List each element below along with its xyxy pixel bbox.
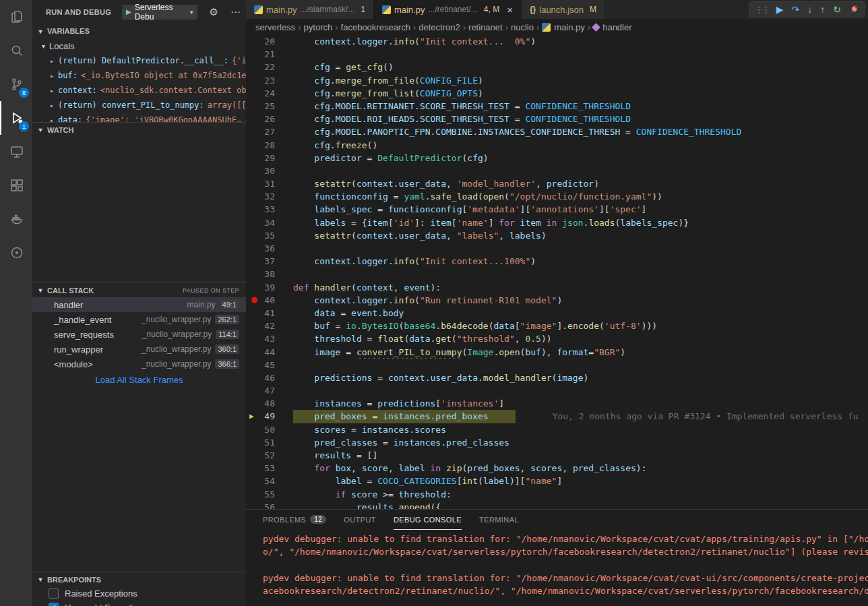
code-line[interactable]: 39def handler(context, event): [246, 281, 868, 294]
gutter[interactable]: 55 [246, 488, 293, 501]
variable-row[interactable]: ▸(return) convert_PIL_to_numpy:array([[[… [32, 98, 246, 113]
restart-button[interactable]: ↻ [833, 5, 841, 14]
activity-remote-explorer[interactable] [0, 135, 32, 169]
load-all-stack-frames-link[interactable]: Load All Stack Frames [32, 371, 246, 388]
gutter[interactable]: 20 [246, 35, 293, 48]
checkbox[interactable] [49, 588, 59, 599]
step-out-button[interactable]: ↑ [820, 5, 825, 14]
code-line[interactable]: 23 cfg.merge_from_file(CONFIG_FILE) [246, 74, 868, 87]
start-debugging-icon[interactable]: ▶ [126, 8, 131, 16]
stack-frame[interactable]: serve_requests_nuclio_wrapper.py114:1 [32, 327, 246, 342]
gutter[interactable]: ▶49 [246, 410, 293, 423]
activity-source-control[interactable]: 8 [0, 67, 32, 101]
gutter[interactable]: 46 [246, 371, 293, 384]
code-line[interactable]: 28 cfg.freeze() [246, 139, 868, 152]
gutter[interactable]: 21 [246, 48, 293, 61]
breakpoints-section-header[interactable]: ▾ BREAKPOINTS [32, 572, 246, 586]
gutter[interactable]: 32 [246, 190, 293, 203]
code-line[interactable]: 42 buf = io.BytesIO(base64.b64decode(dat… [246, 320, 868, 332]
code-line[interactable]: 34 labels = {item['id']: item['name'] fo… [246, 216, 868, 229]
panel-tab-terminal[interactable]: TERMINAL [479, 510, 519, 530]
code-line[interactable]: 24 cfg.merge_from_list(CONFIG_OPTS) [246, 87, 868, 100]
breakpoint-row[interactable]: Raised Exceptions [32, 586, 246, 601]
activity-run-and-debug[interactable]: 1 [0, 101, 32, 135]
gutter[interactable]: 47 [246, 384, 293, 397]
tab-main-py-retinanet[interactable]: main.py .../retinanet/... 4, M × [374, 0, 522, 19]
gutter[interactable]: 39 [246, 281, 293, 294]
gutter[interactable]: 56 [246, 501, 293, 509]
stack-frame[interactable]: _handle_event_nuclio_wrapper.py262:1 [32, 312, 246, 327]
code-line[interactable]: 53 for box, score, label in zip(pred_box… [246, 462, 868, 475]
gutter[interactable]: 54 [246, 475, 293, 487]
call-stack-section-header[interactable]: ▾ CALL STACK PAUSED ON STEP [32, 282, 246, 297]
gear-icon[interactable]: ⚙ [210, 6, 218, 18]
variables-section-header[interactable]: ▾ VARIABLES [32, 24, 246, 38]
close-icon[interactable]: × [507, 5, 513, 15]
continue-button[interactable]: ▶ [776, 5, 784, 14]
stack-frame[interactable]: run_wrapper_nuclio_wrapper.py360:1 [32, 342, 246, 357]
gutter[interactable]: 45 [246, 359, 293, 371]
step-into-button[interactable]: ↓ [807, 5, 812, 14]
panel-tab-problems[interactable]: PROBLEMS 12 [263, 510, 326, 530]
activity-live-share[interactable] [0, 236, 32, 270]
drag-handle-icon[interactable]: ⋮⋮ [755, 5, 768, 15]
code-line[interactable]: 51 pred_classes = instances.pred_classes [246, 436, 868, 449]
gutter[interactable]: 23 [246, 74, 293, 87]
gutter[interactable]: 40 [246, 294, 293, 307]
watch-section-header[interactable]: ▾ WATCH [32, 122, 246, 137]
code-line[interactable]: 29 predictor = DefaultPredictor(cfg) [246, 152, 868, 164]
code-line[interactable]: 50 scores = instances.scores [246, 423, 868, 436]
activity-search[interactable] [0, 34, 32, 67]
debug-console-output[interactable]: pydev debugger: unable to find translati… [246, 530, 868, 606]
code-line[interactable]: 54 label = COCO_CATEGORIES[int(label)]["… [246, 475, 868, 487]
stack-frame[interactable]: handlermain.py49:1 [32, 297, 246, 312]
gutter[interactable]: 52 [246, 449, 293, 462]
tab-main-py-siammask[interactable]: main.py .../siammask/... 1 [246, 0, 374, 19]
code-line[interactable]: 38 [246, 268, 868, 280]
code-line[interactable]: 40 context.logger.info("Run retinanet-R1… [246, 294, 868, 307]
gutter[interactable]: 29 [246, 152, 293, 164]
code-line[interactable]: 41 data = event.body [246, 307, 868, 320]
gutter[interactable]: 35 [246, 229, 293, 242]
code-line[interactable]: 48 instances = predictions['instances'] [246, 397, 868, 410]
checkbox[interactable]: ✓ [49, 603, 59, 606]
gutter[interactable]: 44 [246, 346, 293, 359]
code-line[interactable]: 20 context.logger.info("Init context... … [246, 35, 868, 48]
breadcrumb-item[interactable]: retinanet [468, 22, 503, 32]
code-line[interactable]: 37 context.logger.info("Init context...1… [246, 255, 868, 268]
code-line[interactable]: 45 [246, 359, 868, 371]
code-line[interactable]: 55 if score >= threshold: [246, 488, 868, 501]
breadcrumb-item[interactable]: handler [593, 22, 631, 32]
code-line[interactable]: 22 cfg = get_cfg() [246, 61, 868, 73]
activity-docker[interactable] [0, 202, 32, 236]
gutter[interactable]: 24 [246, 87, 293, 100]
code-line[interactable]: 43 threshold = float(data.get("threshold… [246, 332, 868, 345]
panel-tab-output[interactable]: OUTPUT [344, 510, 376, 530]
gutter[interactable]: 31 [246, 177, 293, 190]
gutter[interactable]: 22 [246, 61, 293, 73]
breadcrumb-item[interactable]: serverless [255, 22, 295, 32]
activity-extensions[interactable] [0, 169, 32, 202]
gutter[interactable]: 53 [246, 462, 293, 475]
gutter[interactable]: 51 [246, 436, 293, 449]
breadcrumb-item[interactable]: main.py [542, 22, 585, 32]
disconnect-button[interactable] [849, 4, 859, 16]
gutter[interactable]: 38 [246, 268, 293, 280]
activity-explorer[interactable] [0, 0, 32, 34]
code-line[interactable]: 21 [246, 48, 868, 61]
code-line[interactable]: 36 [246, 242, 868, 255]
code-line[interactable]: 25 cfg.MODEL.RETINANET.SCORE_THRESH_TEST… [246, 100, 868, 113]
code-line[interactable]: 26 cfg.MODEL.ROI_HEADS.SCORE_THRESH_TEST… [246, 113, 868, 125]
variables-scope-locals[interactable]: ▾ Locals [32, 38, 246, 53]
code-line[interactable]: 52 results = [] [246, 449, 868, 462]
code-line[interactable]: 32 functionconfig = yaml.safe_load(open(… [246, 190, 868, 203]
code-line[interactable]: 33 labels_spec = functionconfig['metadat… [246, 203, 868, 216]
gutter[interactable]: 27 [246, 125, 293, 138]
breakpoint-icon[interactable] [251, 297, 257, 303]
gutter[interactable]: 30 [246, 164, 293, 177]
breadcrumb-item[interactable]: facebookresearch [341, 22, 410, 32]
variable-row[interactable]: ▸(return) DefaultPredictor.__call__:{'in… [32, 53, 246, 68]
code-line[interactable]: 46 predictions = context.user_data.model… [246, 371, 868, 384]
stack-frame[interactable]: <module>_nuclio_wrapper.py366:1 [32, 357, 246, 371]
code-line[interactable]: 56 results.append({ [246, 501, 868, 509]
